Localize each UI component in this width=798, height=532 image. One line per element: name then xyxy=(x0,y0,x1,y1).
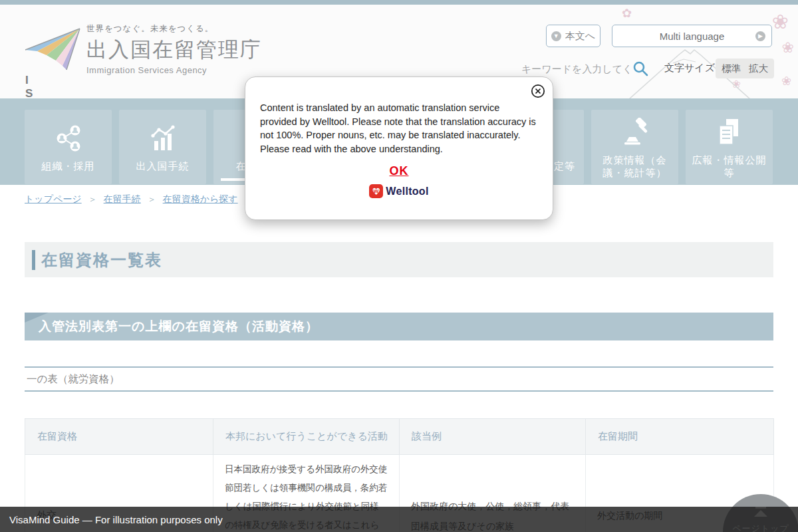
translation-notice-modal: Content is translated by an automatic tr… xyxy=(245,76,553,220)
title-accent-bar xyxy=(32,250,35,270)
isa-plane-icon xyxy=(24,27,82,71)
sakura-icon: ✿ xyxy=(622,6,632,20)
breadcrumb-link-home[interactable]: トップページ xyxy=(25,194,82,205)
logo-tagline: 世界をつなぐ。未来をつくる。 xyxy=(86,23,313,35)
sakura-icon: ❀ xyxy=(782,39,794,56)
breadcrumb-link-search-by-status[interactable]: 在留資格から探す xyxy=(163,194,238,205)
nav-item-immigration-procedures[interactable]: 出入国手続 xyxy=(119,110,206,184)
nav-item-label: 出入国手続 xyxy=(134,160,192,173)
multi-language-button[interactable]: Multi language ▶ xyxy=(612,25,772,47)
nav-item-organization[interactable]: 組織・採用 xyxy=(25,110,112,184)
logo-title: 出入国在留管理庁 xyxy=(86,36,313,64)
search-icon[interactable] xyxy=(632,60,649,77)
search-row: 文字サイズ 標準 拡大 xyxy=(519,58,798,80)
logo-isa-letters: I S A xyxy=(25,74,39,98)
skip-to-content-button[interactable]: ▼ 本文へ xyxy=(546,25,600,47)
arrow-right-circle-icon: ▶ xyxy=(755,31,765,41)
font-size-standard-button[interactable]: 標準 xyxy=(722,63,741,75)
arrow-down-circle-icon: ▼ xyxy=(551,31,561,41)
page: ❀ ✿ ❀ ✿ ❀ ✿ ❀ I S A 世界をつなぐ。未来をつくる。 出入国 xyxy=(0,0,798,532)
page-title: 在留資格一覧表 xyxy=(41,249,162,271)
nav-item-policy-information[interactable]: 政策情報（会議・統計等） xyxy=(591,110,678,184)
logo-subtitle: Immigration Services Agency xyxy=(86,65,313,75)
watermark-bar: VisaMind Guide — For illustration purpos… xyxy=(0,507,798,532)
page-title-band: 在留資格一覧表 xyxy=(25,242,773,277)
column-header-period: 在留期間 xyxy=(586,419,774,455)
welltool-heart-icon: ♥W xyxy=(369,184,383,198)
chart-icon xyxy=(148,121,178,154)
breadcrumb-separator: ＞ xyxy=(88,194,97,205)
people-network-icon xyxy=(53,121,84,154)
nav-item-public-relations[interactable]: 広報・情報公開等 xyxy=(686,110,773,184)
font-size-label: 文字サイズ xyxy=(664,62,715,74)
breadcrumb-separator: ＞ xyxy=(148,194,156,205)
watermark-text: VisaMind Guide — For illustration purpos… xyxy=(0,514,223,525)
search-input[interactable] xyxy=(521,59,629,78)
gavel-icon xyxy=(620,115,650,148)
font-size-large-button[interactable]: 拡大 xyxy=(749,63,768,75)
nav-item-label: 広報・情報公開等 xyxy=(686,154,773,180)
column-header-status: 在留資格 xyxy=(25,419,213,455)
multi-language-label: Multi language xyxy=(660,31,725,42)
breadcrumb-link-residency[interactable]: 在留手続 xyxy=(104,194,141,205)
top-accent-strip xyxy=(0,0,798,5)
column-header-examples: 該当例 xyxy=(400,419,586,455)
subsection-title: 一の表（就労資格） xyxy=(25,372,120,386)
font-size-switch: 標準 拡大 xyxy=(716,59,774,78)
section-banner: 入管法別表第一の上欄の在留資格（活動資格） xyxy=(25,313,773,340)
welltool-brand-name: Welltool xyxy=(386,186,428,198)
ok-link[interactable]: OK xyxy=(390,164,409,178)
subsection-heading: 一の表（就労資格） xyxy=(25,366,773,392)
skip-to-content-label: 本文へ xyxy=(565,30,595,43)
column-header-activities: 本邦において行うことができる活動 xyxy=(213,419,400,455)
section-title: 入管法別表第一の上欄の在留資格（活動資格） xyxy=(25,313,773,340)
close-icon[interactable] xyxy=(531,84,545,98)
welltool-logo[interactable]: ♥W Welltool xyxy=(245,184,553,198)
table-header-row: 在留資格 本邦において行うことができる活動 該当例 在留期間 xyxy=(25,419,774,455)
documents-icon xyxy=(714,115,745,148)
sakura-icon: ❀ xyxy=(772,10,789,33)
nav-item-label: 定等 xyxy=(551,160,584,173)
translation-notice-text: Content is translated by an automatic tr… xyxy=(260,101,538,156)
nav-item-label: 組織・採用 xyxy=(39,160,98,173)
nav-item-label: 政策情報（会議・統計等） xyxy=(591,154,678,180)
